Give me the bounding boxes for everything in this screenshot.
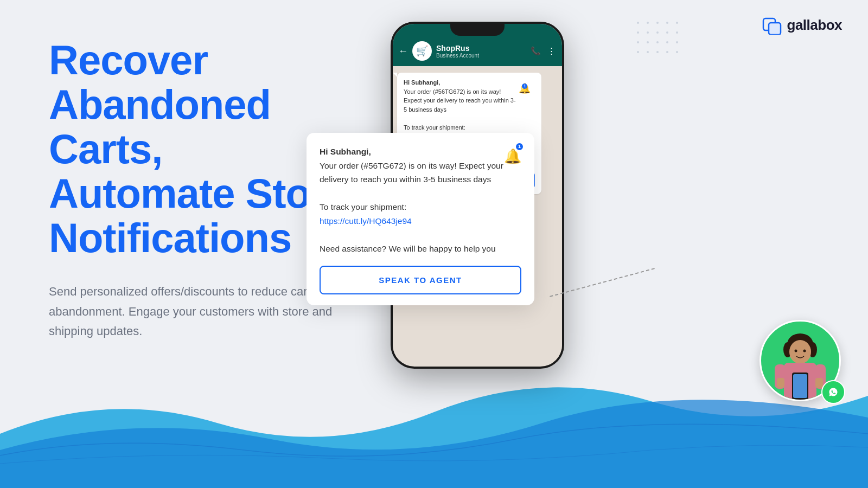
wave-background [0,369,868,488]
business-avatar: 🛒 [412,41,432,61]
business-name: ShopRus [436,44,526,53]
dashed-connector [550,268,655,297]
back-button[interactable]: ← [398,46,408,57]
svg-point-7 [789,340,811,364]
card-assist: Need assistance? We will be happy to hel… [320,244,496,253]
svg-rect-16 [793,374,807,398]
svg-point-9 [803,350,806,352]
gallabox-logo-icon [762,15,782,35]
whatsapp-icon [826,385,840,399]
svg-rect-14 [815,378,823,388]
card-bell-icon: 🔔1 [504,145,521,168]
logo-area: gallabox [762,15,842,35]
more-icon[interactable]: ⋮ [547,46,556,56]
svg-rect-13 [777,378,784,388]
message-greeting: Hi Subhangi, [404,79,440,86]
whatsapp-icon-badge [821,380,845,404]
bell-icon: 🔔1 [519,81,531,96]
phone-notch [450,22,505,36]
chat-card: 🔔1 Hi Subhangi, Your order (#56TG672) is… [307,133,534,305]
card-body: Your order (#56TG672) is on its way! Exp… [320,161,503,184]
headline-line1: Recover [49,38,385,82]
track-label: To track your shipment: [404,124,465,131]
call-icon[interactable]: 📞 [531,46,541,56]
whatsapp-actions: 📞 ⋮ [531,46,556,56]
svg-rect-2 [769,23,781,35]
chat-card-content: 🔔1 Hi Subhangi, Your order (#56TG672) is… [320,145,521,256]
dot-pattern [637,22,684,59]
card-tracking-link[interactable]: https://cutt.ly/HQ643je94 [320,216,412,226]
business-status: Business Account [436,53,526,59]
business-info: ShopRus Business Account [436,44,526,59]
svg-point-8 [795,350,797,352]
card-greeting: Hi Subhangi, [320,147,371,156]
speak-to-agent-button[interactable]: SPEAK TO AGENT [320,266,521,294]
card-track-label: To track your shipment: [320,202,406,211]
logo-text: gallabox [787,17,842,34]
message-body: Your order (#56TG672) is on its way! Exp… [404,88,516,113]
